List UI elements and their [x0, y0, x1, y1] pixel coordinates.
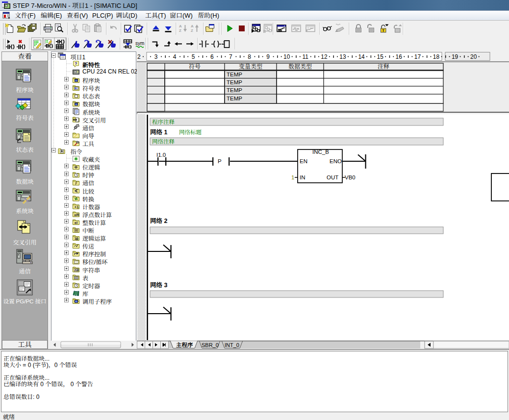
svg-text:帮助(H): 帮助(H) [198, 12, 219, 19]
svg-text:TEMP: TEMP [227, 79, 242, 85]
svg-text:主程序: 主程序 [176, 342, 193, 348]
svg-text:15: 15 [377, 53, 384, 60]
svg-text:14: 14 [358, 53, 365, 60]
svg-text:调试(D): 调试(D) [116, 12, 137, 19]
svg-text:19: 19 [452, 53, 458, 60]
svg-text:网络 2: 网络 2 [150, 218, 167, 224]
svg-text:VB0: VB0 [345, 174, 356, 180]
svg-text:11: 11 [303, 53, 309, 60]
svg-text:EN: EN [300, 158, 307, 164]
svg-text:3: 3 [154, 53, 158, 60]
svg-text:OUT: OUT [327, 174, 338, 180]
svg-text:18: 18 [433, 53, 440, 60]
svg-text:9: 9 [266, 53, 270, 60]
svg-text:6: 6 [210, 53, 214, 60]
svg-text:网络 1: 网络 1 [150, 129, 167, 136]
svg-text:PLC(P): PLC(P) [92, 12, 113, 19]
svg-text:查看(V): 查看(V) [67, 12, 88, 19]
svg-text:ENO: ENO [330, 158, 342, 164]
svg-text:网络标题: 网络标题 [179, 129, 202, 135]
svg-text:TEMP: TEMP [227, 87, 242, 93]
svg-text:4: 4 [173, 53, 177, 60]
svg-text:数据类型: 数据类型 [288, 63, 312, 70]
svg-text:SBR_0: SBR_0 [202, 342, 219, 348]
svg-text:INC_B: INC_B [312, 149, 329, 155]
svg-text:5: 5 [192, 53, 195, 60]
svg-text:符号: 符号 [189, 63, 201, 70]
svg-text:注释: 注释 [378, 63, 389, 70]
svg-text:8: 8 [248, 53, 251, 60]
svg-text:编辑(E): 编辑(E) [41, 12, 62, 19]
svg-text:12: 12 [321, 53, 328, 60]
svg-text:IN: IN [300, 174, 305, 180]
svg-text:工具(T): 工具(T) [145, 12, 166, 19]
svg-text:2: 2 [137, 53, 141, 60]
svg-text:网络注释: 网络注释 [152, 139, 175, 145]
svg-text:TEMP: TEMP [227, 72, 242, 77]
svg-text:7: 7 [229, 53, 232, 60]
svg-text:INT_0: INT_0 [225, 342, 239, 348]
svg-text:网络 3: 网络 3 [150, 282, 167, 289]
svg-text:P: P [218, 158, 222, 164]
svg-text:16: 16 [396, 53, 403, 60]
svg-text:I1.0: I1.0 [156, 152, 166, 158]
svg-text:窗口(W): 窗口(W) [170, 12, 193, 19]
svg-text:程序注释: 程序注释 [152, 119, 175, 125]
svg-text:17: 17 [414, 53, 421, 60]
svg-text:TEMP: TEMP [227, 96, 242, 101]
svg-text:1: 1 [291, 174, 294, 180]
svg-text:20: 20 [470, 53, 477, 60]
svg-text:文件(F): 文件(F) [15, 12, 36, 19]
svg-text:变量类型: 变量类型 [239, 63, 262, 70]
svg-text:13: 13 [339, 53, 346, 60]
svg-text:10: 10 [283, 53, 290, 60]
